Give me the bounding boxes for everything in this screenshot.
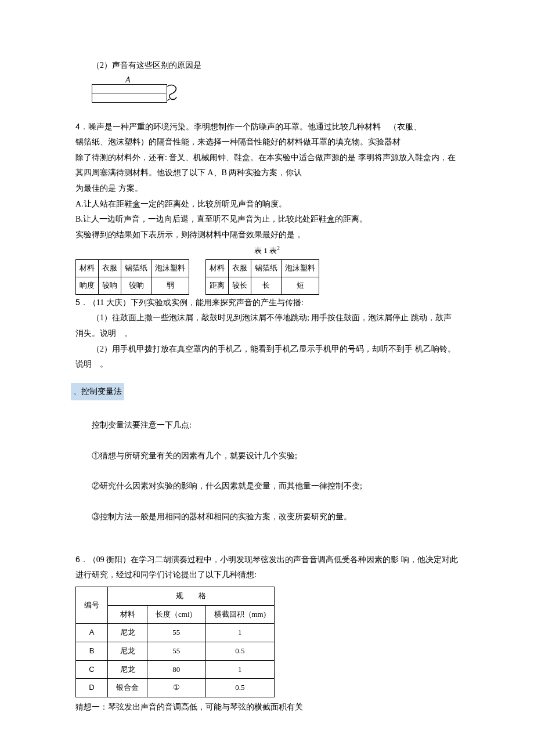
diagram-outline	[92, 84, 167, 103]
table-row: 距离 较长 长 短	[206, 277, 319, 295]
cell: 较长	[229, 277, 251, 295]
q4-optB: B.让人一边听声音，一边向后退，直至听不见声音为止，比较此处距鞋盒的距离。	[75, 212, 459, 227]
q4-caption-sup: 2	[277, 245, 280, 251]
section-label-control-var: 、控制变量法	[71, 383, 124, 401]
cell: 尼龙	[108, 624, 147, 642]
q6-guess1: 猜想一：琴弦发出声音的音调高低，可能与琴弦的横截面积有关	[75, 700, 459, 715]
spiral-icon	[167, 83, 180, 104]
cv-1: ①猜想与所研究量有关的因素有几个，就要设计几个实验;	[75, 448, 459, 464]
table-row: C 尼龙 80 1	[76, 660, 275, 679]
q5-p2: （2）用手机甲拨打放在真空罩内的手机乙，能看到手机乙显示手机甲的号码，却听不到手…	[75, 342, 459, 372]
cell: 材料	[206, 260, 229, 277]
cell: 锡箔纸	[251, 260, 282, 277]
q4-number: 4	[75, 122, 80, 131]
cv-3: ③控制方法一般是用相同的器材和相同的实验方案，改变所要研究的量。	[75, 509, 459, 525]
q5-head-text: ．（11 大庆）下列实验或实例，能用来探究声音的产生与传播:	[80, 298, 304, 307]
cell: 80	[147, 660, 206, 679]
cell: 泡沫塑料	[282, 260, 319, 277]
cell: ①	[147, 679, 206, 697]
cell: 1	[205, 660, 275, 679]
cell: 1	[205, 624, 275, 642]
cell: 泡沫塑料	[151, 260, 189, 277]
table-row: 材料 衣服 锡箔纸 泡沫塑料	[76, 260, 189, 277]
th-len: 长度（cmi）	[147, 605, 206, 624]
cell: 尼龙	[108, 660, 147, 679]
cell: 银合金	[108, 679, 147, 697]
cell: A	[76, 624, 108, 642]
cell: 长	[251, 277, 282, 295]
cell: 衣服	[229, 260, 251, 277]
th-spec: 规 格	[108, 587, 275, 605]
q4-optA: A.让人站在距鞋盒一定的距离处，比较所听见声音的响度。	[75, 197, 459, 212]
table-row: 响度 较响 较响 弱	[76, 277, 189, 295]
cell: 响度	[76, 277, 99, 295]
q4-caption-text: 表 1 表	[254, 247, 277, 255]
q5-number: 5	[75, 298, 80, 307]
cell: 较响	[99, 277, 121, 295]
cell: 0.5	[205, 642, 275, 660]
cell: B	[76, 642, 108, 660]
cell: 55	[147, 624, 206, 642]
q4-line5: 实验得到的结果如下表所示，则待测材料中隔音效果最好的是 。	[75, 227, 459, 243]
q4-table-caption: 表 1 表2	[75, 243, 459, 258]
table-row: A 尼龙 55 1	[76, 624, 275, 642]
q4-l1-text: ．噪声是一种严重的环境污染。李明想制作一个防噪声的耳罩。他通过比较几种材料 （衣…	[80, 122, 421, 131]
cell: 短	[282, 277, 319, 295]
q6-specs-table: 编号 规 格 材料 长度（cmi） 横截回积（mm) A 尼龙 55 1 B 尼…	[75, 587, 275, 697]
cell: C	[76, 660, 108, 679]
cv-intro: 控制变量法要注意一下几点:	[75, 418, 459, 433]
q4-line3: 除了待测的材料外，还有: 音叉、机械闹钟、鞋盒。在本实验中适合做声源的是 李明将…	[75, 150, 459, 181]
table-row: 编号 规 格	[76, 587, 275, 605]
cell: 材料	[76, 260, 99, 277]
q6-head: 6．（09 衡阳）在学习二胡演奏过程中，小明发现琴弦发出的声音音调高低受各种因素…	[75, 552, 459, 583]
th-mat: 材料	[108, 605, 147, 624]
cell: 衣服	[99, 260, 121, 277]
q5-p1: （1）往鼓面上撒一些泡沫屑，敲鼓时见到泡沫屑不停地跳动; 用手按住鼓面，泡沫屑停…	[75, 310, 459, 341]
q4-line2: 锡箔纸、泡沫塑料）的隔音性能，来选择一种隔音性能好的材料做耳罩的填充物。实验器材	[75, 135, 459, 150]
q4-tables-row: 材料 衣服 锡箔纸 泡沫塑料 响度 较响 较响 弱 材料 衣服 锡箔纸 泡沫塑料…	[75, 259, 459, 294]
q4-table1: 材料 衣服 锡箔纸 泡沫塑料 响度 较响 较响 弱	[75, 259, 189, 294]
cell: 0.5	[205, 679, 275, 697]
q4-line4: 为最佳的是 方案。	[75, 181, 459, 197]
cell: 尼龙	[108, 642, 147, 660]
cell: D	[76, 679, 108, 697]
diagram-midline	[92, 93, 166, 93]
cell: 距离	[206, 277, 229, 295]
q4-line1: 4．噪声是一种严重的环境污染。李明想制作一个防噪声的耳罩。他通过比较几种材料 （…	[75, 119, 459, 135]
cell: 弱	[151, 277, 189, 295]
q4-table2: 材料 衣服 锡箔纸 泡沫塑料 距离 较长 长 短	[205, 259, 319, 294]
cell: 55	[147, 642, 206, 660]
q2-part2: （2）声音有这些区别的原因是	[75, 58, 459, 74]
q6-number: 6	[75, 555, 80, 564]
cv-2: ②研究什么因素对实验的影响，什么因素就是变量，而其他量一律控制不变;	[75, 479, 459, 494]
cell: 较响	[121, 277, 151, 295]
q5-head: 5．（11 大庆）下列实验或实例，能用来探究声音的产生与传播:	[75, 295, 459, 311]
q6-head-text: ．（09 衡阳）在学习二胡演奏过程中，小明发现琴弦发出的声音音调高低受各种因素的…	[75, 555, 458, 580]
th-area: 横截回积（mm)	[205, 605, 275, 624]
th-no: 编号	[76, 587, 108, 623]
cell: 锡箔纸	[121, 260, 151, 277]
table-row: D 银合金 ① 0.5	[76, 679, 275, 697]
table-row: B 尼龙 55 0.5	[76, 642, 275, 660]
table-row: 材料 衣服 锡箔纸 泡沫塑料	[206, 260, 319, 277]
document-page: （2）声音有这些区别的原因是 A 4．噪声是一种严重的环境污染。李明想制作一个防…	[0, 0, 534, 756]
diagram-ruler: A	[92, 76, 179, 105]
